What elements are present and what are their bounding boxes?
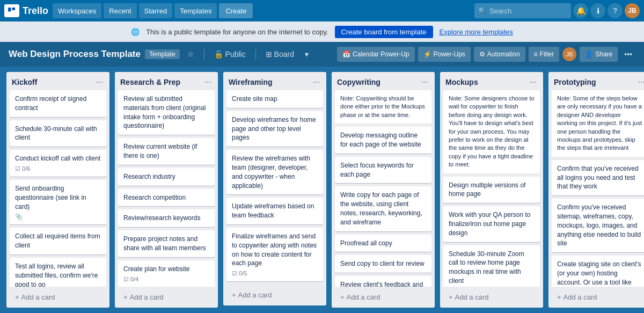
list-menu-btn-wireframing[interactable]: ··· [311, 76, 322, 88]
table-row[interactable]: Develop messaging outline for each page … [335, 127, 431, 154]
table-row[interactable]: Confirm receipt of signed contract [10, 90, 106, 117]
board-view-expand-btn[interactable]: ▾ [302, 48, 312, 61]
power-ups-btn[interactable]: ⚡ Power-Ups [418, 47, 471, 62]
more-btn[interactable]: ••• [621, 48, 635, 61]
card-icons: ☑ 0/5 [232, 270, 318, 277]
table-row[interactable]: Proofread all copy [335, 235, 431, 252]
separator2 [255, 49, 256, 60]
table-row[interactable]: Schedule 30-minute Zoom call to review h… [443, 245, 540, 287]
calendar-power-up-btn[interactable]: 📅 Calendar Power-Up [337, 47, 414, 62]
add-card-btn-copywriting[interactable]: + Add a card [336, 290, 430, 304]
list-menu-btn-prototyping[interactable]: ··· [636, 76, 644, 88]
table-row[interactable]: Work with your QA person to finalize/iro… [443, 206, 540, 242]
table-row[interactable]: Confirm you've received sitemap, wirefra… [552, 199, 644, 252]
workspaces-btn[interactable]: Workspaces [53, 3, 101, 18]
table-row[interactable]: Test all logins, review all submitted fi… [10, 258, 106, 287]
trello-logo-text: Trello [23, 5, 48, 17]
help-btn[interactable]: ? [608, 3, 623, 18]
card-text: Review/research keywords [123, 214, 209, 223]
list-mockups: Mockups ···Note: Some designers choose t… [440, 72, 543, 308]
list-cards-copywriting: Note: Copywriting should be done either … [332, 90, 435, 287]
table-row[interactable]: Research industry [118, 168, 215, 186]
filter-btn[interactable]: ≡ Filter [529, 47, 560, 62]
table-row[interactable]: Finalize wireframes and send to copywrit… [226, 228, 323, 281]
table-row[interactable]: Confirm that you've received all logins … [552, 160, 644, 195]
add-icon: + [232, 291, 236, 299]
card-text: Confirm that you've received all logins … [557, 164, 643, 191]
table-row[interactable]: Collect all required items from client [10, 228, 106, 254]
search-input[interactable] [474, 3, 571, 18]
board-title: Web Design Process Template [9, 49, 141, 60]
card-text: Review current website (if there is one) [123, 142, 209, 161]
templates-btn[interactable]: Templates [174, 3, 217, 18]
trello-logo[interactable]: Trello [4, 4, 48, 17]
template-badge: Template [145, 49, 180, 59]
board-body: Kickoff ···Confirm receipt of signed con… [0, 67, 644, 313]
table-row[interactable]: Research competition [118, 189, 215, 207]
list-menu-btn-kickoff[interactable]: ··· [94, 76, 105, 88]
list-cards-mockups: Note: Some designers choose to wait for … [440, 90, 543, 287]
card-text: Proofread all copy [340, 239, 426, 248]
table-row[interactable]: Write copy for each page of the website,… [335, 186, 431, 231]
table-row[interactable]: Create site map [226, 90, 323, 108]
explore-templates-btn[interactable]: Explore more templates [440, 28, 513, 36]
create-btn[interactable]: Create [219, 3, 253, 18]
user-avatar[interactable]: JB [625, 3, 640, 18]
attachment-icon: 📎 [15, 213, 23, 220]
info-btn[interactable]: ℹ [590, 3, 605, 18]
table-row[interactable]: Create staging site on client's (or your… [552, 256, 644, 287]
checklist-icon: ☑ 0/5 [232, 270, 247, 277]
star-btn[interactable]: ☆ [184, 48, 197, 61]
recent-btn[interactable]: Recent [104, 3, 136, 18]
list-menu-btn-research-prep[interactable]: ··· [202, 76, 214, 88]
board-view-btn[interactable]: ⊞ Board [262, 48, 297, 61]
table-row[interactable]: Review all submitted materials from clie… [118, 90, 215, 135]
table-row[interactable]: Schedule 30-minute call with client [10, 120, 106, 147]
list-wireframing: Wireframing ···Create site mapDevelop wi… [223, 72, 326, 305]
table-row[interactable]: Review the wireframes with team (designe… [226, 150, 323, 194]
table-row[interactable]: Update wireframes based on team feedback [226, 198, 323, 224]
globe-icon: 🌐 [131, 28, 140, 36]
card-text: Work with your QA person to finalize/iro… [449, 210, 535, 237]
table-row[interactable]: Review/research keywords [118, 209, 215, 227]
table-row[interactable]: Design multiple versions of home page [443, 177, 540, 203]
card-text: Confirm receipt of signed contract [15, 94, 101, 113]
list-title-research-prep: Research & Prep [120, 78, 180, 86]
table-row[interactable]: Conduct kickoff call with client☑ 0/6 [10, 150, 106, 177]
card-icons: ☑ 0/6 [15, 165, 101, 172]
automation-btn[interactable]: ⚙ Automation [474, 47, 525, 62]
add-card-btn-mockups[interactable]: + Add a card [444, 290, 539, 304]
table-row[interactable]: Send copy to client for review [335, 255, 431, 273]
trello-logo-icon [4, 4, 19, 17]
list-menu-btn-copywriting[interactable]: ··· [419, 76, 430, 88]
table-row[interactable]: Prepare project notes and share with all… [118, 230, 215, 257]
table-row[interactable]: Select focus keywords for each page [335, 157, 431, 184]
add-card-btn-wireframing[interactable]: + Add a card [228, 288, 322, 302]
add-icon: + [15, 293, 19, 301]
table-row[interactable]: Create plan for website☑ 0/4 [118, 260, 215, 287]
card-text: Research competition [123, 193, 209, 202]
public-btn[interactable]: 🔓 Public [211, 48, 249, 61]
table-row[interactable]: Send onboarding questionnaire (see link … [10, 180, 106, 224]
table-row[interactable]: Review client's feedback and submit to w… [335, 276, 431, 287]
add-card-btn-kickoff[interactable]: + Add a card [11, 290, 105, 304]
starred-btn[interactable]: Starred [139, 3, 173, 18]
card-icons: 📎 [15, 213, 101, 220]
create-board-from-template-btn[interactable]: Create board from template [335, 26, 433, 38]
notifications-btn[interactable]: 🔔 [573, 3, 588, 18]
list-title-wireframing: Wireframing [229, 78, 273, 86]
board-avatar[interactable]: JB [562, 47, 576, 61]
list-menu-btn-mockups[interactable]: ··· [528, 76, 539, 88]
list-prototyping: Prototyping ···Note: Some of the steps b… [548, 72, 644, 308]
list-cards-research-prep: Review all submitted materials from clie… [115, 90, 218, 287]
card-text: Review client's feedback and submit to w… [340, 280, 426, 287]
checklist-icon: ☑ 0/4 [123, 276, 138, 283]
card-text: Develop messaging outline for each page … [340, 131, 426, 149]
add-card-btn-prototyping[interactable]: + Add a card [553, 290, 644, 304]
share-btn[interactable]: 👤 Share [580, 47, 618, 62]
table-row[interactable]: Develop wireframes for home page and oth… [226, 111, 323, 147]
add-card-btn-research-prep[interactable]: + Add a card [119, 290, 214, 304]
table-row[interactable]: Review current website (if there is one) [118, 138, 215, 165]
search-wrap: 🔍 [474, 3, 571, 18]
card-text: Confirm you've received sitemap, wirefra… [557, 203, 643, 248]
